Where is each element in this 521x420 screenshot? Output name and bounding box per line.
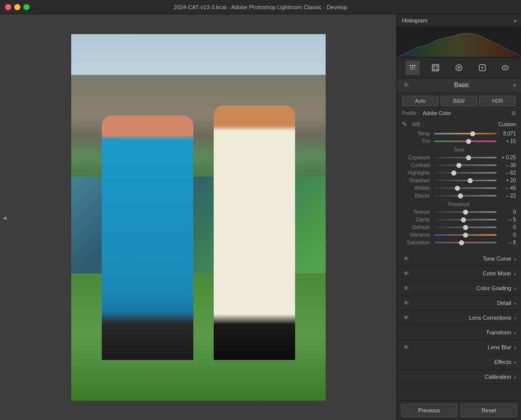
histogram-title: Histogram [402,17,427,23]
temp-track[interactable] [434,133,497,134]
histogram-chart [397,27,521,58]
whites-thumb[interactable] [455,186,460,191]
exposure-track[interactable] [434,157,497,158]
develop-icon[interactable] [406,61,420,75]
color-grading-visibility-icon[interactable]: 👁 [402,284,410,292]
red-eye-icon[interactable] [498,61,512,75]
lens-blur-panel[interactable]: 👁 Lens Blur ◂ [397,340,521,355]
saturation-thumb[interactable] [459,240,464,245]
basic-visibility-icon[interactable]: 👁 [402,81,410,89]
basic-section-content: Auto B&W HDR Profile : Adobe Color ⊞ ✎ W… [397,92,521,251]
whites-value: – 45 [501,185,516,191]
contrast-track[interactable] [434,164,497,166]
contrast-value: – 30 [501,162,516,168]
minimize-button[interactable] [14,4,20,10]
histogram-arrow-icon[interactable]: ◂ [513,18,516,23]
shadows-thumb[interactable] [468,178,473,183]
bw-button[interactable]: B&W [441,96,477,106]
whites-track[interactable] [434,187,497,189]
detail-visibility-icon[interactable]: 👁 [402,299,410,307]
tone-curve-arrow[interactable]: ◂ [513,256,516,262]
detail-panel[interactable]: 👁 Detail ◂ [397,296,521,311]
masking-icon[interactable] [475,61,489,75]
shadows-track[interactable] [434,180,497,181]
color-mixer-arrow[interactable]: ◂ [513,271,516,276]
calibration-arrow[interactable]: ◂ [513,374,516,380]
collapsed-panels: 👁 Tone Curve ◂ 👁 Color Mixer ◂ 👁 Color G… [397,251,521,384]
close-button[interactable] [5,4,11,10]
blacks-thumb[interactable] [458,193,463,199]
transform-arrow[interactable]: ◂ [513,330,516,335]
lens-corrections-visibility-icon[interactable]: 👁 [402,314,410,322]
color-grading-panel[interactable]: 👁 Color Grading ◂ [397,281,521,296]
crop-icon[interactable] [428,61,443,75]
vibrance-track[interactable] [434,234,497,236]
healing-icon[interactable] [452,61,466,75]
auto-button[interactable]: Auto [402,96,439,106]
svg-rect-3 [410,67,416,68]
tint-thumb[interactable] [466,139,471,144]
maximize-button[interactable] [23,4,30,10]
detail-arrow[interactable]: ◂ [513,300,516,306]
blacks-label: Blacks [402,193,430,199]
basic-section-arrow[interactable]: ▾ [513,82,516,88]
shadows-slider-row: Shadows + 20 [402,178,516,183]
lens-blur-arrow[interactable]: ◂ [513,345,516,350]
vibrance-thumb[interactable] [463,233,468,238]
texture-track[interactable] [434,211,497,213]
vibrance-slider-row: Vibrance 0 [402,232,516,238]
tone-curve-visibility-icon[interactable]: 👁 [402,255,410,263]
highlights-thumb[interactable] [451,171,456,176]
svg-point-1 [412,65,413,67]
hdr-button[interactable]: HDR [479,96,516,106]
lens-corrections-arrow[interactable]: ◂ [513,315,516,321]
transform-title: Transform [410,329,511,335]
whites-label: Whites [402,185,430,191]
previous-button[interactable]: Previous [401,404,457,417]
svg-rect-4 [410,69,416,70]
temp-thumb[interactable] [470,131,475,136]
lens-corrections-panel[interactable]: 👁 Lens Corrections ◂ [397,311,521,325]
effects-panel[interactable]: Effects ◂ [397,355,521,370]
photo-person-woman [102,116,193,360]
transform-panel[interactable]: Transform ◂ [397,325,521,340]
blacks-track[interactable] [434,195,497,197]
clarity-track[interactable] [434,219,497,220]
shadows-label: Shadows [402,178,430,183]
dehaze-thumb[interactable] [463,225,468,230]
panel-scroll[interactable]: 👁 Basic ▾ Auto B&W HDR Profile : Adobe C… [397,78,521,400]
eyedropper-icon[interactable]: ✎ [402,121,410,128]
calibration-title: Calibration [410,374,511,380]
dehaze-value: 0 [501,225,516,230]
tint-track[interactable] [434,141,497,142]
color-mixer-panel[interactable]: 👁 Color Mixer ◂ [397,266,521,281]
presence-label: Presence [402,202,516,207]
reset-button[interactable]: Reset [460,404,517,417]
develop-toolbar [397,58,521,78]
dehaze-track[interactable] [434,227,497,228]
contrast-label: Contrast [402,162,430,168]
tone-curve-panel[interactable]: 👁 Tone Curve ◂ [397,251,521,266]
left-arrow-icon[interactable]: ◂ [3,212,7,222]
vibrance-value: 0 [501,232,516,238]
exposure-thumb[interactable] [466,155,471,160]
clarity-thumb[interactable] [461,217,466,222]
saturation-track[interactable] [434,242,497,243]
contrast-thumb[interactable] [456,163,461,168]
color-mixer-visibility-icon[interactable]: 👁 [402,269,410,277]
texture-value: 0 [501,209,516,215]
temp-slider-row: Temp 8,071 [402,131,516,136]
calibration-panel[interactable]: Calibration ◂ [397,370,521,384]
dehaze-slider-row: Dehaze 0 [402,225,516,230]
profile-grid-icon[interactable]: ⊞ [511,110,516,117]
color-grading-arrow[interactable]: ◂ [513,286,516,291]
lens-blur-visibility-icon[interactable]: 👁 [402,343,410,351]
profile-value[interactable]: Adobe Color [423,110,508,116]
texture-thumb[interactable] [463,210,468,215]
highlights-track[interactable] [434,172,497,174]
vibrance-label: Vibrance [402,232,430,238]
wb-value: Custom [499,122,516,127]
basic-section-header[interactable]: 👁 Basic ▾ [397,78,521,92]
basic-section-title: Basic [454,81,469,89]
effects-arrow[interactable]: ◂ [513,359,516,365]
